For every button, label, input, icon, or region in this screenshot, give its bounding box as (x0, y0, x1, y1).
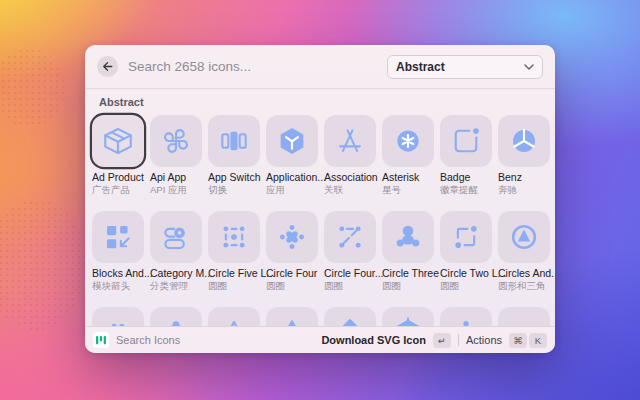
back-button[interactable] (97, 56, 118, 77)
network-circle-icon (159, 316, 193, 326)
icon-tile-association[interactable] (324, 115, 376, 167)
cone-icon (217, 316, 251, 326)
grid-item[interactable] (208, 307, 260, 326)
icon-subtitle: 圆圈 (266, 280, 318, 292)
icon-name: Circle Four... (324, 267, 376, 280)
grid-item[interactable]: Circle Five L...圆圈 (208, 211, 260, 292)
grid-item[interactable]: Application...应用 (266, 115, 318, 196)
circle-four-icon (275, 220, 309, 254)
arrow-left-icon (101, 60, 114, 73)
grid-item[interactable] (324, 307, 376, 326)
dropdown-value: Abstract (396, 60, 445, 74)
circle-five-line-icon (217, 220, 251, 254)
grid-item[interactable]: Category M...分类管理 (150, 211, 202, 292)
icon-tile-circles-and-triangle[interactable] (498, 211, 550, 263)
icon-subtitle: API 应用 (150, 184, 202, 196)
icon-tile-infinity[interactable] (498, 307, 550, 326)
circle-four-line-icon (333, 220, 367, 254)
blocks-and-arrow-icon (101, 220, 135, 254)
section-title: Abstract (99, 96, 555, 108)
grid-item[interactable] (498, 307, 550, 326)
icon-tile-api-app[interactable] (150, 115, 202, 167)
icon-tile-application-hexagon[interactable] (266, 115, 318, 167)
icon-name: Circle Three (382, 267, 434, 280)
grid-item[interactable] (382, 307, 434, 326)
app-switch-icon (217, 124, 251, 158)
cmd-key-badge: ⌘ (509, 333, 527, 348)
icon-tile-circle-five-line[interactable] (208, 211, 260, 263)
icon-tile-circle-two-line[interactable] (440, 211, 492, 263)
action-bar: Search Icons Download SVG Icon ↵ Actions… (85, 326, 555, 353)
grid-item[interactable]: Circle Three圆圈 (382, 211, 434, 292)
icon-subtitle: 圆圈 (324, 280, 376, 292)
icon-tile-blocks-and-arrow[interactable] (92, 211, 144, 263)
icon-tile-triangle-spokes[interactable] (266, 307, 318, 326)
grid-item[interactable]: Circle Four圆圈 (266, 211, 318, 292)
icon-subtitle: 分类管理 (150, 280, 202, 292)
icon-subtitle: 广告产品 (92, 184, 144, 196)
grid-item[interactable]: Ad Product广告产品 (92, 115, 144, 196)
grid-item[interactable]: Circle Two L...圆圈 (440, 211, 492, 292)
icon-tile-benz-circle[interactable] (498, 115, 550, 167)
icon-tile-dots-cluster[interactable] (92, 307, 144, 326)
api-app-icon (159, 124, 193, 158)
icon-name: Circles And... (498, 267, 550, 280)
actions-button[interactable]: Actions (466, 334, 502, 346)
download-svg-button[interactable]: Download SVG Icon (321, 334, 426, 346)
icon-name: Badge (440, 171, 492, 184)
desktop-background: Search 2658 icons... Abstract Abstract A… (0, 0, 640, 400)
category-dropdown[interactable]: Abstract (387, 55, 543, 79)
icon-tile-cube-y[interactable] (382, 307, 434, 326)
grid-item[interactable]: App Switch切换 (208, 115, 260, 196)
search-input[interactable]: Search 2658 icons... (128, 59, 377, 74)
cube-y-icon (391, 316, 425, 326)
grid-item[interactable]: Association关联 (324, 115, 376, 196)
app-logo-icon (93, 332, 109, 348)
grid-item[interactable]: Asterisk星号 (382, 115, 434, 196)
ad-product-icon (101, 124, 135, 158)
icon-name: Circle Two L... (440, 267, 492, 280)
grid-item[interactable] (440, 307, 492, 326)
return-key-badge: ↵ (433, 333, 451, 348)
icon-tile-circle-three[interactable] (382, 211, 434, 263)
chevron-down-icon (524, 64, 534, 70)
grid-item[interactable]: Api AppAPI 应用 (150, 115, 202, 196)
icon-tile-circle-four[interactable] (266, 211, 318, 263)
grid-item[interactable] (266, 307, 318, 326)
icon-tile-app-switch[interactable] (208, 115, 260, 167)
icon-tile-ad-product[interactable] (92, 115, 144, 167)
category-management-icon (159, 220, 193, 254)
icon-name: Circle Four (266, 267, 318, 280)
icon-tile-circle-four-line[interactable] (324, 211, 376, 263)
grid-item[interactable]: Benz奔驰 (498, 115, 550, 196)
icon-subtitle: 星号 (382, 184, 434, 196)
grid-item[interactable]: Circles And...圆形和三角 (498, 211, 550, 292)
icon-subtitle: 应用 (266, 184, 318, 196)
icon-tile-diamond-asterisk[interactable] (324, 307, 376, 326)
icon-name: Category M... (150, 267, 202, 280)
grid-item[interactable]: Badge徽章提醒 (440, 115, 492, 196)
icon-search-window: Search 2658 icons... Abstract Abstract A… (85, 45, 555, 353)
grid-item[interactable] (150, 307, 202, 326)
icon-subtitle: 圆形和三角 (498, 280, 550, 292)
icon-tile-category-management[interactable] (150, 211, 202, 263)
diamond-asterisk-icon (333, 316, 367, 326)
background-ornament (0, 200, 86, 330)
grid-item[interactable]: Blocks And...模块箭头 (92, 211, 144, 292)
icon-name: Blocks And... (92, 267, 144, 280)
icon-tile-badge[interactable] (440, 115, 492, 167)
icon-grid: Ad Product广告产品Api AppAPI 应用App Switch切换A… (85, 115, 555, 326)
icon-subtitle: 圆圈 (208, 280, 260, 292)
icon-subtitle: 关联 (324, 184, 376, 196)
icon-tile-network-circle[interactable] (150, 307, 202, 326)
triangle-spokes-icon (275, 316, 309, 326)
infinity-icon (507, 316, 541, 326)
grid-item[interactable] (92, 307, 144, 326)
icon-subtitle: 奔驰 (498, 184, 550, 196)
badge-icon (449, 124, 483, 158)
icon-tile-asterisk-circle[interactable] (382, 115, 434, 167)
icon-tile-cone[interactable] (208, 307, 260, 326)
circle-three-icon (391, 220, 425, 254)
icon-tile-cross-dots[interactable] (440, 307, 492, 326)
grid-item[interactable]: Circle Four...圆圈 (324, 211, 376, 292)
